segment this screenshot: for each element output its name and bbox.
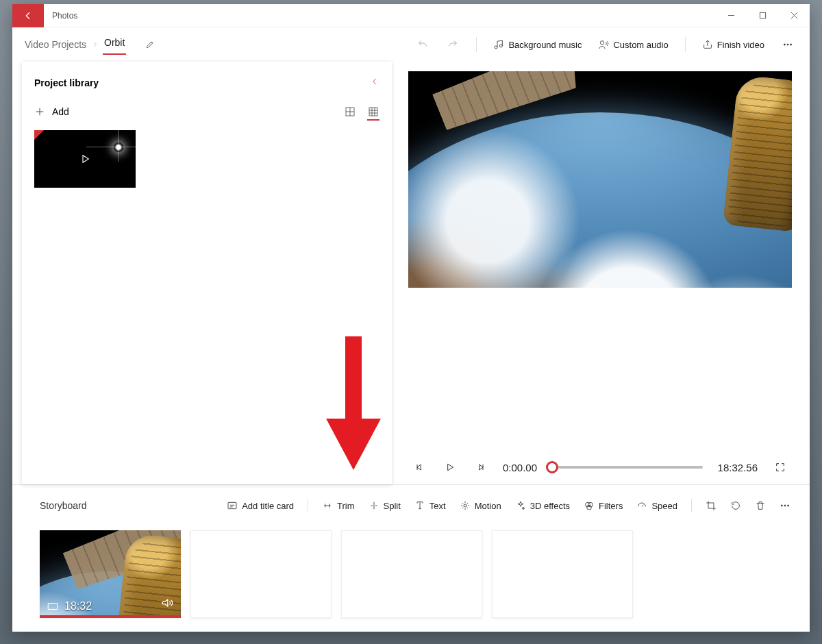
back-button[interactable] — [12, 4, 44, 27]
preview-column: 0:00.00 18:32.56 — [408, 62, 810, 484]
person-audio-icon — [598, 39, 609, 50]
storyboard-empty-slot[interactable] — [190, 530, 332, 618]
project-library-panel: Project library Add — [22, 62, 392, 484]
svg-point-13 — [784, 505, 786, 506]
current-time: 0:00.00 — [503, 462, 537, 473]
collapse-library-button[interactable] — [370, 77, 379, 89]
seek-slider[interactable] — [552, 466, 703, 469]
fullscreen-icon — [775, 462, 786, 473]
motion-button[interactable]: Motion — [454, 497, 507, 514]
svg-point-8 — [464, 504, 466, 507]
close-icon — [790, 12, 798, 19]
next-frame-button[interactable] — [473, 460, 488, 475]
split-icon — [369, 500, 379, 511]
svg-point-12 — [781, 505, 782, 506]
text-button[interactable]: Text — [409, 497, 451, 514]
breadcrumb-root[interactable]: Video Projects — [23, 36, 88, 53]
title-bar: Photos — [12, 4, 810, 27]
storyboard-clip[interactable]: 18:32 — [40, 530, 181, 618]
crop-icon — [706, 500, 717, 511]
library-clip[interactable] — [34, 130, 136, 188]
redo-icon — [447, 39, 458, 50]
svg-point-1 — [601, 41, 604, 45]
separator — [476, 37, 477, 52]
more-button[interactable] — [777, 36, 799, 53]
svg-point-2 — [784, 44, 785, 45]
trim-icon — [322, 500, 333, 511]
minimize-button[interactable] — [715, 4, 747, 27]
total-time: 18:32.56 — [718, 462, 758, 473]
playback-controls: 0:00.00 18:32.56 — [412, 460, 788, 475]
speed-icon — [636, 500, 647, 511]
export-icon — [702, 39, 713, 50]
grid-small-button[interactable] — [367, 108, 379, 121]
undo-icon — [417, 39, 428, 50]
custom-audio-button[interactable]: Custom audio — [594, 36, 672, 53]
chevron-right-icon — [92, 39, 99, 50]
library-title: Project library — [34, 77, 99, 88]
rotate-button[interactable] — [725, 497, 747, 514]
add-media-button[interactable]: Add — [34, 106, 69, 117]
grid-2x2-icon — [345, 106, 356, 117]
undo-button[interactable] — [412, 36, 434, 53]
redo-button[interactable] — [442, 36, 464, 53]
preview-image — [408, 71, 792, 288]
svg-point-14 — [788, 505, 789, 506]
grid-3x3-icon — [368, 106, 379, 117]
grid-large-button[interactable] — [344, 106, 356, 118]
svg-point-10 — [588, 502, 593, 507]
clip-volume-button[interactable] — [160, 596, 174, 612]
storyboard-panel: Storyboard Add title card Trim Split Tex… — [12, 484, 810, 632]
play-icon — [445, 462, 456, 473]
breadcrumb: Video Projects Orbit — [23, 34, 160, 55]
storyboard-empty-slot[interactable] — [492, 530, 633, 618]
add-title-card-button[interactable]: Add title card — [221, 497, 299, 514]
app-window: Photos Video Projects Orbit — [12, 4, 810, 632]
previous-frame-button[interactable] — [412, 460, 427, 475]
duration-icon — [47, 600, 59, 612]
3d-effects-button[interactable]: 3D effects — [510, 497, 575, 514]
music-icon — [493, 39, 504, 50]
svg-rect-0 — [760, 12, 765, 18]
storyboard-empty-slot[interactable] — [341, 530, 482, 618]
title-card-icon — [227, 500, 238, 511]
background-music-button[interactable]: Background music — [489, 36, 586, 53]
breadcrumb-current[interactable]: Orbit — [103, 34, 126, 55]
svg-rect-15 — [48, 604, 58, 610]
main-area: Project library Add — [12, 62, 810, 484]
ellipsis-icon — [782, 39, 793, 50]
minimize-icon — [727, 12, 735, 19]
arrow-left-icon — [23, 10, 34, 21]
split-button[interactable]: Split — [363, 497, 406, 514]
trim-button[interactable]: Trim — [316, 497, 360, 514]
seek-handle[interactable] — [546, 461, 558, 473]
rename-button[interactable] — [140, 37, 160, 52]
step-forward-icon — [475, 462, 486, 473]
plus-icon — [34, 106, 45, 117]
maximize-icon — [759, 12, 767, 19]
trash-icon — [755, 500, 766, 511]
text-icon — [414, 500, 425, 511]
resize-button[interactable] — [700, 497, 722, 514]
svg-rect-7 — [228, 502, 236, 508]
delete-button[interactable] — [749, 497, 771, 514]
maximize-button[interactable] — [747, 4, 778, 27]
command-bar: Video Projects Orbit Background music — [12, 27, 810, 62]
fullscreen-button[interactable] — [773, 460, 788, 475]
ellipsis-icon — [780, 500, 790, 511]
storyboard-title: Storyboard — [40, 500, 86, 511]
filters-icon — [584, 500, 595, 511]
storyboard-more-button[interactable] — [774, 497, 796, 514]
speed-button[interactable]: Speed — [631, 497, 683, 514]
filters-button[interactable]: Filters — [578, 497, 628, 514]
close-button[interactable] — [778, 4, 810, 27]
app-title: Photos — [44, 11, 77, 21]
finish-video-button[interactable]: Finish video — [698, 36, 769, 53]
play-button[interactable] — [443, 460, 458, 475]
pencil-icon — [145, 40, 155, 49]
motion-icon — [460, 500, 471, 511]
video-preview[interactable] — [408, 71, 792, 288]
svg-point-9 — [586, 502, 590, 507]
step-back-icon — [414, 462, 425, 473]
chevron-left-icon — [370, 77, 379, 86]
